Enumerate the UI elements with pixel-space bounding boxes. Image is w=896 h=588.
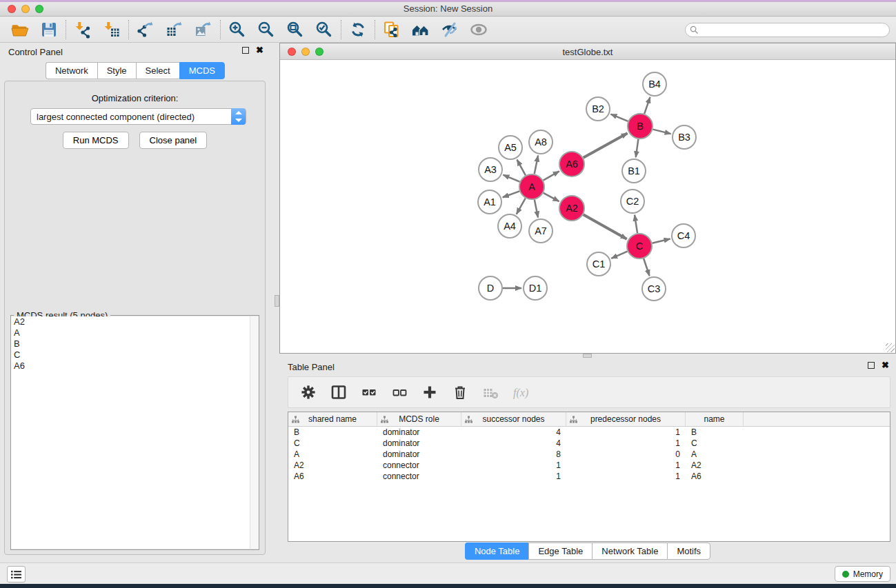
table-cell[interactable]: A6 xyxy=(686,471,744,482)
float-panel-icon[interactable] xyxy=(242,47,249,54)
add-column-icon[interactable] xyxy=(418,381,441,404)
node-A1[interactable]: A1 xyxy=(478,190,501,214)
node-C[interactable]: C xyxy=(627,234,652,258)
column-header-shared-name[interactable]: shared name xyxy=(288,412,377,426)
zoom-selected-icon[interactable] xyxy=(310,19,339,41)
table-cell[interactable]: C xyxy=(686,438,744,449)
result-scrollbar[interactable] xyxy=(250,316,259,549)
toggle-graphics-details-icon[interactable] xyxy=(435,19,464,41)
table-cell[interactable]: 1 xyxy=(461,460,566,471)
table-cell[interactable]: 1 xyxy=(461,471,566,482)
table-cell[interactable]: C xyxy=(288,438,377,449)
run-mcds-button[interactable]: Run MCDS xyxy=(63,132,129,149)
table-cell[interactable]: 4 xyxy=(461,427,566,438)
table-cell[interactable]: B xyxy=(288,427,377,438)
table-cell[interactable]: connector xyxy=(377,460,461,471)
table-row[interactable]: A6connector11A6 xyxy=(288,471,890,482)
split-panel-icon[interactable] xyxy=(327,381,350,404)
tab-motifs[interactable]: Motifs xyxy=(667,543,710,560)
import-table-icon[interactable] xyxy=(97,19,126,41)
zoom-fit-icon[interactable] xyxy=(281,19,310,41)
vertical-splitter-handle[interactable] xyxy=(275,295,279,307)
open-file-icon[interactable] xyxy=(6,19,34,41)
zoom-out-icon[interactable] xyxy=(252,19,281,41)
node-C1[interactable]: C1 xyxy=(587,252,610,276)
settings-gear-icon[interactable] xyxy=(297,381,320,404)
node-C4[interactable]: C4 xyxy=(672,224,695,247)
zoom-in-icon[interactable] xyxy=(223,19,252,41)
table-cell[interactable]: 1 xyxy=(566,471,686,482)
result-list-item[interactable]: A6 xyxy=(11,361,250,372)
table-cell[interactable]: 1 xyxy=(566,460,686,471)
export-table-icon[interactable] xyxy=(160,19,189,41)
export-image-icon[interactable] xyxy=(189,19,218,41)
column-header-successor-nodes[interactable]: successor nodes xyxy=(461,412,566,426)
tab-style[interactable]: Style xyxy=(97,62,136,79)
table-cell[interactable]: dominator xyxy=(377,438,461,449)
table-row[interactable]: Bdominator41B xyxy=(288,427,890,438)
node-B[interactable]: B xyxy=(628,114,653,139)
node-B2[interactable]: B2 xyxy=(586,97,610,121)
table-cell[interactable]: A6 xyxy=(288,471,377,482)
refresh-icon[interactable] xyxy=(344,19,372,41)
deselect-all-icon[interactable] xyxy=(388,381,411,404)
result-list-item[interactable]: A xyxy=(11,327,250,338)
table-cell[interactable]: dominator xyxy=(377,449,461,460)
save-session-icon[interactable] xyxy=(34,19,63,41)
table-row[interactable]: Cdominator41C xyxy=(288,438,890,449)
node-A2[interactable]: A2 xyxy=(559,196,584,221)
table-cell[interactable]: A xyxy=(686,449,744,460)
home-icon[interactable] xyxy=(406,19,435,41)
result-list-item[interactable]: A2 xyxy=(11,316,250,327)
table-cell[interactable]: 4 xyxy=(461,438,566,449)
export-network-icon[interactable] xyxy=(131,19,160,41)
node-A8[interactable]: A8 xyxy=(529,130,552,154)
table-row[interactable]: A2connector11A2 xyxy=(288,460,890,471)
table-cell[interactable]: 1 xyxy=(566,427,686,438)
table-cell[interactable]: A2 xyxy=(686,460,744,471)
close-table-panel-icon[interactable]: ✖ xyxy=(882,362,889,369)
tab-network[interactable]: Network xyxy=(46,62,97,79)
table-cell[interactable]: 0 xyxy=(566,449,686,460)
close-panel-button[interactable]: Close panel xyxy=(139,132,208,149)
network-canvas[interactable]: B4B2BB3A5A8A6B1A3AC2A1A2A4A7C4CC1C3DD1 xyxy=(280,60,895,353)
table-cell[interactable]: A2 xyxy=(288,460,377,471)
close-panel-icon[interactable]: ✖ xyxy=(256,47,263,54)
criterion-dropdown[interactable]: largest connected component (directed) xyxy=(30,108,246,125)
delete-column-icon[interactable] xyxy=(448,381,472,404)
column-header-MCDS-role[interactable]: MCDS role xyxy=(377,412,461,426)
column-header-predecessor-nodes[interactable]: predecessor nodes xyxy=(566,412,686,426)
import-network-icon[interactable] xyxy=(68,19,97,41)
show-panels-button[interactable] xyxy=(7,566,26,582)
float-table-panel-icon[interactable] xyxy=(868,362,875,369)
node-C2[interactable]: C2 xyxy=(621,190,644,213)
table-cell[interactable]: B xyxy=(686,427,744,438)
tab-select[interactable]: Select xyxy=(136,62,179,79)
table-row[interactable]: Adominator80A xyxy=(288,449,890,460)
result-list-item[interactable]: C xyxy=(11,349,250,361)
resize-grip[interactable] xyxy=(886,343,895,352)
node-D1[interactable]: D1 xyxy=(524,276,547,300)
result-list-item[interactable]: B xyxy=(11,338,250,349)
tab-network-table[interactable]: Network Table xyxy=(592,543,667,560)
node-B1[interactable]: B1 xyxy=(622,159,646,183)
table-cell[interactable]: 8 xyxy=(461,449,566,460)
tab-edge-table[interactable]: Edge Table xyxy=(528,543,592,560)
node-B4[interactable]: B4 xyxy=(643,72,666,96)
node-C3[interactable]: C3 xyxy=(642,277,666,301)
table-cell[interactable]: connector xyxy=(377,471,461,482)
memory-button[interactable]: Memory xyxy=(835,566,890,582)
tab-node-table[interactable]: Node Table xyxy=(465,543,529,560)
select-all-icon[interactable] xyxy=(357,381,381,404)
node-A[interactable]: A xyxy=(519,174,544,199)
table-cell[interactable]: 1 xyxy=(566,438,686,449)
node-A5[interactable]: A5 xyxy=(499,136,522,159)
node-A4[interactable]: A4 xyxy=(498,214,521,238)
node-A6[interactable]: A6 xyxy=(559,152,584,176)
tab-mcds[interactable]: MCDS xyxy=(179,62,225,79)
column-header-name[interactable]: name xyxy=(686,412,744,426)
node-B3[interactable]: B3 xyxy=(673,125,696,149)
duplicate-network-icon[interactable] xyxy=(377,19,406,41)
node-A3[interactable]: A3 xyxy=(479,158,502,181)
table-cell[interactable]: A xyxy=(288,449,377,460)
